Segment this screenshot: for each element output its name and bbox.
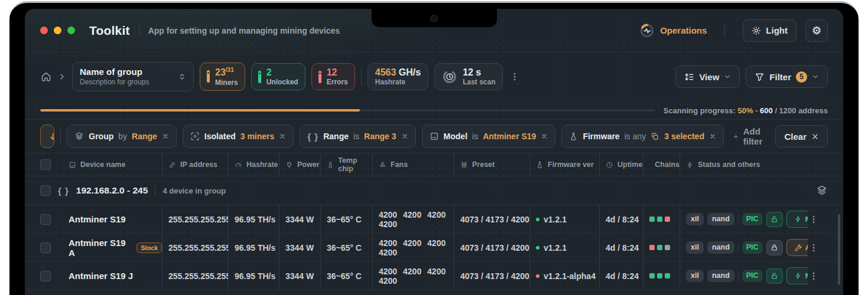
- status-badge[interactable]: Mining: [786, 211, 808, 228]
- device-icon: [69, 161, 76, 169]
- table-row[interactable]: Antminer S19 255.255.255.255 96.95 TH/s …: [25, 205, 843, 234]
- group-selector[interactable]: Name of group Description for groups: [72, 62, 194, 91]
- group-row[interactable]: { } 192.168.2.0 - 245 4 device in group: [25, 176, 843, 205]
- close-icon: [811, 133, 819, 140]
- theme-toggle-button[interactable]: Light: [743, 19, 797, 42]
- status-badge[interactable]: Mining: [786, 267, 808, 284]
- tag-nand: nand: [707, 213, 734, 225]
- view-button[interactable]: View: [675, 65, 740, 88]
- divider: [60, 129, 61, 143]
- group-layers-button[interactable]: [816, 185, 828, 196]
- chip-key: Group: [89, 132, 113, 141]
- kebab-icon: [510, 71, 519, 82]
- row-checkbox[interactable]: [40, 214, 51, 225]
- chip-value: 3 selected: [664, 132, 704, 141]
- row-checkbox[interactable]: [40, 271, 51, 281]
- stat-errors[interactable]: 12 Errors: [311, 63, 355, 91]
- pic-tag: PIC: [742, 270, 763, 282]
- col-status[interactable]: Status and others: [680, 153, 808, 176]
- row-checkbox[interactable]: [40, 242, 51, 253]
- lock-button[interactable]: [766, 268, 783, 284]
- unlocked-label: Unlocked: [266, 78, 298, 86]
- col-ip-address[interactable]: IP address: [162, 153, 228, 176]
- device-name: Antminer S19 J: [69, 271, 133, 281]
- chain-indicator: [665, 245, 670, 250]
- row-more-button[interactable]: [808, 271, 820, 281]
- chain-indicator: [649, 245, 655, 250]
- lock-button[interactable]: [766, 240, 783, 255]
- wrench-icon: [794, 244, 802, 251]
- chip-value: Antminer S19: [483, 132, 536, 141]
- hashrate-unit: GH/s: [396, 67, 421, 77]
- add-filter-button[interactable]: Add filter: [730, 126, 770, 146]
- shield-icon: [649, 161, 651, 169]
- status-cell: xil nand PIC Auto-tune: [680, 234, 808, 261]
- scan-progress-text: Scanning progress: 50% - 600 / 1200 addr…: [664, 106, 828, 115]
- col-power[interactable]: Power: [279, 153, 320, 176]
- firmware-status-dot: [536, 218, 539, 221]
- ip-address: 255.255.255.255: [162, 234, 228, 261]
- app-window: Toolkit App for setting up and managing …: [25, 9, 843, 295]
- filter-chip-group-by[interactable]: Group by Range: [67, 124, 177, 148]
- close-icon[interactable]: [162, 133, 169, 140]
- col-firmware-ver[interactable]: Firmware ver: [529, 153, 599, 176]
- zoom-window-button[interactable]: [67, 27, 75, 34]
- chains-cell: [643, 205, 680, 233]
- toolbar-more-button[interactable]: [509, 71, 521, 82]
- bolt-icon: [794, 215, 802, 223]
- ip-address: 255.255.255.255: [162, 205, 228, 233]
- chevron-right-icon: [58, 73, 66, 81]
- group-checkbox[interactable]: [40, 185, 51, 196]
- table-row[interactable]: Antminer S19 J 255.255.255.255 96.95 TH/…: [25, 262, 843, 290]
- filter-chip-isolated[interactable]: Isolated 3 miners: [183, 124, 294, 148]
- filter-button[interactable]: Filter 5: [746, 65, 828, 88]
- kebab-icon: [809, 271, 818, 281]
- close-window-button[interactable]: [40, 27, 48, 34]
- col-hashrate[interactable]: Hashrate: [228, 153, 279, 176]
- funnel-icon: [755, 72, 765, 82]
- power-cell: 3344 W: [279, 262, 320, 290]
- clear-filters-button[interactable]: Clear: [775, 125, 828, 148]
- stat-miners[interactable]: 23/31 Miners: [200, 63, 245, 91]
- filter-chip-model[interactable]: Model is Antminer S19: [422, 124, 556, 148]
- home-button[interactable]: [40, 71, 52, 83]
- flask-icon: [536, 161, 544, 169]
- minimize-window-button[interactable]: [54, 27, 61, 34]
- hashrate-cell: 96.95 TH/s: [228, 234, 279, 261]
- col-fans[interactable]: Fans: [372, 153, 454, 176]
- close-icon[interactable]: [279, 133, 286, 140]
- col-temp-chip[interactable]: Temp chip: [320, 153, 372, 176]
- close-icon[interactable]: [401, 133, 408, 140]
- status-badge[interactable]: Auto-tune: [786, 239, 808, 256]
- filter-chip-range[interactable]: { } Range is Range 3: [300, 124, 415, 148]
- table-row[interactable]: Antminer S19 AStock 255.255.255.255 96.9…: [25, 234, 843, 262]
- firmware-status-dot: [536, 246, 539, 250]
- scrollbar-thumb[interactable]: [838, 214, 840, 285]
- status-cell: xil nand PIC Mining: [680, 205, 808, 233]
- col-chains[interactable]: Chains: [643, 153, 680, 176]
- traffic-lights: [40, 27, 75, 34]
- chains-cell: [643, 234, 680, 261]
- miners-label: Miners: [215, 79, 238, 87]
- pic-tag: PIC: [742, 241, 763, 254]
- close-icon[interactable]: [541, 133, 548, 140]
- uptime-cell: 4d / 8:24: [599, 205, 643, 233]
- row-more-button[interactable]: [808, 214, 820, 225]
- layers-icon: [816, 185, 828, 196]
- lock-button[interactable]: [766, 212, 783, 227]
- filter-chip-firmware[interactable]: Firmware is any 3 selected: [561, 124, 724, 148]
- operations-menu[interactable]: Operations: [639, 23, 707, 38]
- stat-unlocked[interactable]: 2 Unlocked: [251, 63, 305, 91]
- scan-progress-fill: [40, 109, 360, 112]
- col-uptime[interactable]: Uptime: [599, 153, 643, 176]
- miner-model-dropdown[interactable]: Miner model: [40, 124, 54, 148]
- col-preset[interactable]: Preset: [454, 153, 529, 176]
- close-icon[interactable]: [709, 133, 716, 140]
- settings-button[interactable]: ⚙: [805, 19, 828, 42]
- row-more-button[interactable]: [808, 242, 820, 253]
- select-all-checkbox[interactable]: [40, 159, 51, 170]
- fans-cell: 4200 4200 4200 4200: [372, 262, 454, 290]
- col-device-name[interactable]: Device name: [63, 153, 162, 176]
- chip-key: Range: [323, 132, 349, 141]
- divider: [155, 185, 155, 196]
